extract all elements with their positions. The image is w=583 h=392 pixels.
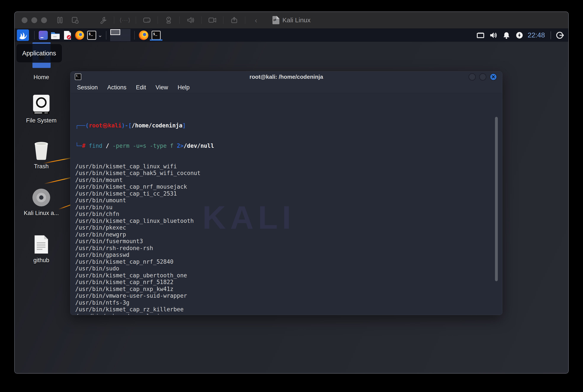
terminal-output-line: /usr/bin/mount <box>75 177 502 184</box>
file-system-icon <box>32 94 51 114</box>
window-close-button[interactable] <box>22 17 27 23</box>
display-settings-icon <box>39 31 48 40</box>
desktop-icon-label: Kali Linux a... <box>24 210 59 216</box>
screenshot-root: { "vm": { "title": "Kali Linux", "toolba… <box>0 0 583 392</box>
share-icon[interactable] <box>230 16 238 24</box>
desktop-icon-label: Home <box>33 74 49 81</box>
desktop-icon-kali-cd[interactable]: Kali Linux a... <box>23 188 60 216</box>
terminal-output-line: /usr/bin/gpasswd <box>75 252 502 258</box>
logout-icon[interactable] <box>555 31 564 40</box>
terminal-output-line: /usr/bin/kismet_cap_hak5_wifi_coconut <box>75 170 502 177</box>
launcher-firefox[interactable] <box>75 30 84 40</box>
terminal-output-line: /usr/bin/kismet_cap_ubertooth_one <box>75 272 502 279</box>
panel-left-group: $_ ⌄ $_ <box>17 28 162 42</box>
window-minimize-button[interactable] <box>31 17 37 23</box>
workspace-1[interactable] <box>110 29 120 35</box>
terminal-output-line: /usr/bin/kismet_cap_nrf_mousejack <box>75 184 502 190</box>
terminal-menubar: Session Actions Edit View Help <box>70 82 502 93</box>
terminal-output-line: /usr/bin/fusermount3 <box>75 238 502 245</box>
launcher-display-settings[interactable] <box>38 30 48 40</box>
panel-separator <box>551 31 551 39</box>
desktop-icon-label: Trash <box>34 163 49 170</box>
terminal-output-line: /usr/bin/ntfs-3g <box>75 300 502 306</box>
workspace-switcher[interactable] <box>110 29 130 41</box>
document-icon <box>33 235 49 254</box>
terminal-output: /usr/bin/kismet_cap_linux_wifi/usr/bin/k… <box>75 163 502 315</box>
terminal-output-line: /usr/bin/kismet_cap_ti_cc_2531 <box>75 190 502 197</box>
desktop-icon-trash[interactable]: Trash <box>23 141 60 170</box>
terminal-output-line: /usr/bin/rsh-redone-rsh <box>75 245 502 252</box>
power-manager-icon[interactable] <box>515 31 524 40</box>
terminal-titlebar[interactable]: $_ root@kali: /home/codeninja ✕ <box>70 72 502 82</box>
terminal-icon: $_ <box>87 31 96 40</box>
video-camera-icon[interactable] <box>208 16 217 24</box>
menu-view[interactable]: View <box>155 84 168 91</box>
chevron-down-icon[interactable]: ⌄ <box>98 32 102 38</box>
collapse-toolbar-icon[interactable]: ‹ <box>252 16 260 24</box>
workspace-3[interactable] <box>110 35 120 41</box>
terminal-window-buttons: ✕ <box>469 73 497 80</box>
network-icon[interactable]: ⟨···⟩ <box>121 16 129 24</box>
terminal-output-line: /usr/bin/umount <box>75 197 502 204</box>
applications-tooltip: Applications <box>16 44 62 63</box>
taskbar-firefox[interactable] <box>138 30 149 41</box>
launcher-file-manager[interactable] <box>50 30 60 40</box>
desktop-icon-github[interactable]: github <box>23 235 60 264</box>
applications-menu-button[interactable] <box>17 30 29 41</box>
menu-session[interactable]: Session <box>77 84 98 91</box>
clock[interactable]: 22:48 <box>528 31 545 39</box>
prompt-line-1: ┌──(root㉿kali)-[/home/codeninja] <box>75 122 502 129</box>
terminal-output-line: /usr/bin/chfn <box>75 211 502 218</box>
vm-document-icon <box>272 16 279 24</box>
terminal-maximize-button[interactable] <box>479 73 486 80</box>
pause-icon[interactable] <box>55 16 64 24</box>
toolbar-separator <box>136 16 136 24</box>
cd-disc-icon <box>32 188 50 207</box>
terminal-output-line: /usr/bin/sudo <box>75 265 502 272</box>
toolbar-separator <box>114 16 114 24</box>
tooltip-label: Applications <box>22 50 56 57</box>
text-editor-icon <box>63 30 72 40</box>
keyboard-icon[interactable] <box>476 31 485 40</box>
wrench-icon[interactable] <box>99 16 107 24</box>
audio-icon[interactable] <box>186 16 195 24</box>
terminal-output-line: /usr/bin/pkexec <box>75 224 502 231</box>
launcher-text-editor[interactable] <box>62 30 72 40</box>
volume-icon[interactable] <box>489 31 498 40</box>
toolbar-separator <box>223 16 223 24</box>
terminal-output-line: /usr/bin/kismet_cap_linux_bluetooth <box>75 218 502 224</box>
desktop-icon-file-system[interactable]: File System <box>23 94 60 124</box>
vm-window-title: Kali Linux <box>272 16 311 24</box>
launcher-terminal[interactable]: $_ <box>87 30 97 40</box>
terminal-output-line: /usr/bin/kismet_cap_nrf_51822 <box>75 279 502 286</box>
camera-icon[interactable] <box>164 16 173 24</box>
window-zoom-button[interactable] <box>41 17 47 23</box>
terminal-output-line: /usr/bin/vmware-user-suid-wrapper <box>75 292 502 300</box>
terminal-output-line: /usr/bin/newgrp <box>75 231 502 238</box>
firefox-icon <box>139 30 148 40</box>
taskbar-terminal-active[interactable]: $_ <box>151 30 161 41</box>
panel-separator <box>106 31 106 40</box>
panel-separator <box>34 31 34 40</box>
vm-window: ⟨···⟩ ‹ Kali L <box>14 12 569 374</box>
terminal-output-line: /usr/bin/kismet_cap_rz_killerbee <box>75 306 502 313</box>
vm-title-text: Kali Linux <box>282 16 311 24</box>
notifications-bell-icon[interactable] <box>502 31 511 40</box>
menu-edit[interactable]: Edit <box>136 84 146 91</box>
terminal-close-button[interactable]: ✕ <box>490 73 497 80</box>
menu-actions[interactable]: Actions <box>107 84 126 91</box>
disk-icon[interactable] <box>142 16 151 24</box>
vm-toolbar: ⟨···⟩ ‹ <box>55 16 260 24</box>
terminal-output-line: /usr/bin/kismet_cap_linux_wifi <box>75 163 502 170</box>
snapshot-icon[interactable] <box>71 16 79 24</box>
terminal-body[interactable]: KALI ┌──(root㉿kali)-[/home/codeninja] └─… <box>70 93 502 315</box>
toolbar-separator <box>201 16 202 24</box>
workspace-2[interactable] <box>120 29 130 35</box>
toolbar-separator <box>158 16 158 24</box>
workspace-4[interactable] <box>120 35 130 41</box>
desktop-icon-home[interactable]: Home <box>23 71 60 81</box>
terminal-minimize-button[interactable] <box>469 73 476 80</box>
terminal-app-icon: $_ <box>75 74 81 80</box>
terminal-scrollbar[interactable] <box>495 117 498 281</box>
menu-help[interactable]: Help <box>177 84 190 91</box>
